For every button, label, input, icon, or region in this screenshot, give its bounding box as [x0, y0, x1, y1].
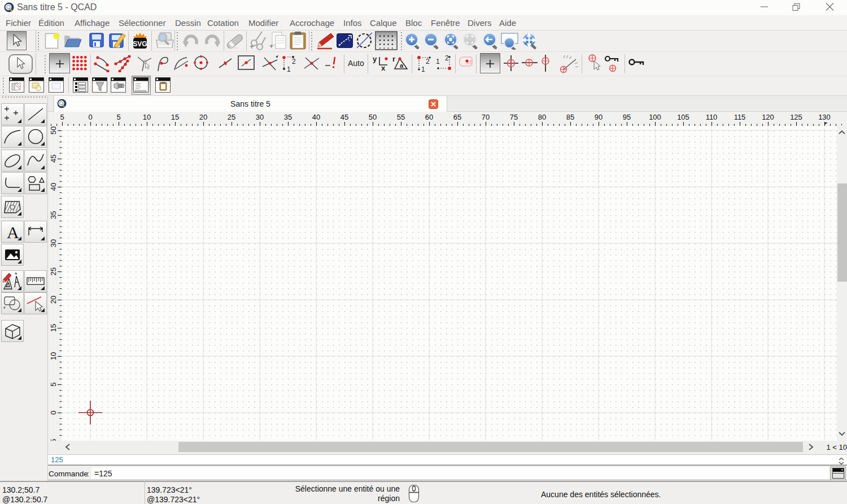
svg-text:1: 1	[421, 65, 425, 72]
svg-text:35: 35	[49, 211, 58, 219]
svg-text:y: y	[373, 55, 377, 63]
svg-text:+: +	[269, 42, 273, 50]
svg-text:25: 25	[49, 268, 58, 275]
svg-text:40: 40	[312, 113, 320, 121]
svg-text:60: 60	[425, 113, 433, 121]
svg-text:5: 5	[60, 113, 64, 121]
svg-text:15: 15	[49, 324, 58, 332]
svg-text:35: 35	[284, 113, 292, 121]
svg-text:70: 70	[482, 113, 490, 121]
svg-text:55: 55	[397, 113, 405, 121]
svg-text:45: 45	[340, 113, 348, 121]
svg-text:105: 105	[677, 113, 689, 121]
svg-text:130: 130	[818, 113, 831, 121]
svg-text:110: 110	[706, 113, 718, 121]
svg-text:0: 0	[88, 113, 92, 121]
svg-text:95: 95	[623, 113, 631, 121]
svg-text:30: 30	[256, 113, 264, 121]
svg-text:75: 75	[510, 113, 518, 121]
svg-text:25: 25	[228, 113, 235, 121]
svg-text:20: 20	[199, 113, 207, 121]
svg-text:20: 20	[49, 296, 58, 304]
svg-text:5: 5	[49, 382, 58, 386]
svg-text:10: 10	[49, 352, 58, 360]
svg-text:A: A	[7, 223, 19, 242]
svg-text:45: 45	[49, 155, 58, 163]
svg-text:115: 115	[734, 113, 746, 121]
svg-text:50: 50	[49, 126, 58, 134]
svg-text:0: 0	[49, 410, 58, 414]
svg-text:120: 120	[762, 113, 774, 121]
svg-text:40: 40	[49, 183, 58, 191]
svg-text:100: 100	[649, 113, 661, 121]
svg-text:50: 50	[369, 113, 377, 121]
svg-text:+: +	[250, 42, 254, 50]
svg-text:5: 5	[116, 113, 120, 121]
svg-text:1: 1	[287, 65, 291, 73]
svg-text:SVG: SVG	[133, 40, 147, 48]
svg-text:125: 125	[790, 113, 802, 121]
svg-text:90: 90	[595, 113, 602, 121]
svg-text:2: 2	[426, 58, 430, 65]
svg-text:a: a	[400, 62, 404, 69]
svg-text:2: 2	[292, 58, 296, 65]
svg-text:2: 2	[445, 55, 449, 62]
svg-text:65: 65	[453, 113, 461, 121]
svg-text:80: 80	[538, 113, 546, 121]
svg-text:r: r	[392, 55, 395, 63]
svg-text:10: 10	[143, 113, 151, 121]
svg-text:85: 85	[566, 113, 574, 121]
svg-text:x: x	[381, 64, 386, 71]
svg-text:15: 15	[171, 113, 179, 121]
svg-text:1: 1	[436, 58, 440, 65]
svg-text:30: 30	[49, 239, 58, 247]
